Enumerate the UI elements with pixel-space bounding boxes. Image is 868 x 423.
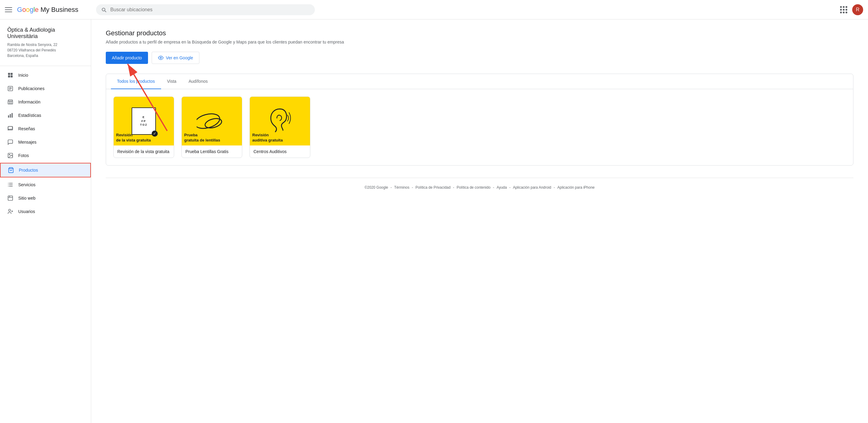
main-content: Gestionar productos Añade productos a tu… [91, 20, 868, 423]
article-icon [7, 86, 13, 92]
sidebar-label-productos: Productos [19, 168, 38, 173]
store-icon [7, 99, 13, 105]
sidebar-label-sitio-web: Sitio web [18, 196, 36, 201]
product-overlay-label-3: Revisiónauditiva gratuita [252, 133, 283, 143]
add-product-button[interactable]: Añadir producto [106, 52, 148, 64]
chat-icon [7, 139, 13, 145]
apps-grid-icon[interactable] [840, 6, 847, 13]
product-image-revision-vista: EFPTOZ ✓ Revisiónde la vista gratuita [114, 97, 174, 145]
app-logo: Google My Business [17, 6, 79, 14]
svg-rect-2 [8, 76, 10, 78]
sidebar-label-mensajes: Mensajes [18, 140, 36, 145]
logo-rest: My Business [39, 6, 79, 13]
product-title-3: Centros Auditivos [250, 145, 310, 158]
svg-rect-0 [8, 73, 10, 75]
business-address: Rambla de Nostra Senyora, 2208720 Vilafr… [7, 42, 84, 58]
sidebar-item-mensajes[interactable]: Mensajes [0, 135, 91, 149]
logo-g: G [17, 6, 22, 13]
product-card-centros-auditivos[interactable]: Revisiónauditiva gratuita Centros Auditi… [250, 96, 310, 158]
sidebar-label-resenas: Reseñas [18, 126, 35, 131]
product-card-revision-vista[interactable]: EFPTOZ ✓ Revisiónde la vista gratuita Re… [113, 96, 174, 158]
footer-link-contenido[interactable]: Política de contenido [457, 185, 490, 190]
header: Google My Business R [0, 0, 868, 20]
svg-rect-8 [8, 115, 9, 118]
logo-o1: o [22, 6, 26, 13]
layout: Òptica & Audiologia Universitària Rambla… [0, 20, 868, 423]
nav-item-wrapper-fotos: Fotos [0, 149, 91, 162]
svg-point-13 [9, 154, 10, 155]
bar-chart-icon [7, 112, 13, 118]
view-in-google-button[interactable]: Ver en Google [152, 52, 200, 64]
svg-point-27 [160, 57, 162, 59]
search-input[interactable] [110, 7, 310, 12]
product-overlay-label-2: Pruebagratuita de lentillas [184, 133, 220, 143]
sidebar-item-estadisticas[interactable]: Estadísticas [0, 109, 91, 122]
footer-copyright: ©2020 Google [364, 185, 388, 190]
logo-e: e [35, 6, 39, 13]
product-overlay-label-1: Revisiónde la vista gratuita [116, 133, 151, 143]
search-bar[interactable] [96, 4, 315, 15]
person-add-icon [7, 208, 13, 215]
footer-link-android[interactable]: Aplicación para Android [513, 185, 551, 190]
nav-item-wrapper-inicio: Inicio [0, 68, 91, 82]
list-icon [7, 182, 13, 188]
page-title: Gestionar productos [106, 29, 854, 37]
footer-link-privacidad[interactable]: Política de Privacidad [415, 185, 451, 190]
svg-point-24 [8, 209, 11, 212]
sidebar-item-fotos[interactable]: Fotos [0, 149, 91, 162]
nav-item-wrapper-usuarios: Usuarios [0, 205, 91, 218]
product-title-2: Prueba Lentillas Gratis [182, 145, 242, 158]
tab-all-products[interactable]: Todos los productos [111, 74, 161, 89]
sidebar-item-productos[interactable]: Productos [1, 163, 90, 177]
sidebar-item-inicio[interactable]: Inicio [0, 68, 91, 82]
sidebar-item-informacion[interactable]: Información [0, 95, 91, 109]
logo-o2: o [26, 6, 29, 13]
sidebar-item-sitio-web[interactable]: Sitio web [0, 191, 91, 205]
svg-rect-20 [9, 186, 13, 187]
svg-rect-21 [8, 196, 13, 201]
nav-item-wrapper-servicios: Servicios [0, 178, 91, 191]
svg-rect-18 [9, 185, 13, 185]
sidebar-label-usuarios: Usuarios [18, 209, 35, 214]
dashboard-icon [7, 72, 13, 78]
sidebar: Òptica & Audiologia Universitària Rambla… [0, 20, 91, 423]
products-grid: EFPTOZ ✓ Revisiónde la vista gratuita Re… [106, 89, 853, 165]
svg-rect-15 [8, 183, 9, 184]
svg-rect-3 [11, 76, 13, 78]
eye-chart-graphic: EFPTOZ ✓ [132, 107, 156, 135]
sidebar-label-publicaciones: Publicaciones [18, 86, 44, 91]
footer-link-iphone[interactable]: Aplicación para iPhone [557, 185, 595, 190]
sidebar-item-publicaciones[interactable]: Publicaciones [0, 82, 91, 95]
sidebar-item-resenas[interactable]: Reseñas [0, 122, 91, 135]
web-icon [7, 195, 13, 201]
sidebar-label-inicio: Inicio [18, 73, 28, 78]
action-buttons: Añadir producto Ver en Google [106, 52, 854, 64]
reviews-icon [7, 126, 13, 132]
business-info: Òptica & Audiologia Universitària Rambla… [0, 27, 91, 66]
image-icon [7, 152, 13, 159]
sidebar-item-usuarios[interactable]: Usuarios [0, 205, 91, 218]
product-card-prueba-lentillas[interactable]: Pruebagratuita de lentillas Prueba Lenti… [181, 96, 242, 158]
footer-link-ayuda[interactable]: Ayuda [497, 185, 507, 190]
sidebar-label-fotos: Fotos [18, 153, 29, 158]
svg-rect-9 [10, 114, 11, 118]
tabs-container: Todos los productos Vista Audífonos EFPT… [106, 74, 854, 166]
avatar[interactable]: R [852, 4, 863, 15]
page-subtitle: Añade productos a tu perfil de empresa e… [106, 39, 854, 45]
footer-link-terminos[interactable]: Términos [394, 185, 409, 190]
eye-icon [158, 55, 163, 61]
product-image-prueba-lentillas: Pruebagratuita de lentillas [182, 97, 242, 145]
sidebar-item-servicios[interactable]: Servicios [0, 178, 91, 191]
footer: ©2020 Google - Términos - Política de Pr… [106, 178, 854, 197]
sidebar-label-estadisticas: Estadísticas [18, 113, 41, 118]
tab-audifonos[interactable]: Audífonos [182, 74, 214, 89]
tab-vista[interactable]: Vista [161, 74, 183, 89]
search-icon [101, 7, 107, 13]
tabs: Todos los productos Vista Audífonos [106, 74, 853, 89]
hamburger-menu-icon[interactable] [5, 6, 12, 13]
svg-rect-19 [8, 186, 9, 187]
nav-item-wrapper-resenas: Reseñas [0, 122, 91, 135]
view-in-google-label: Ver en Google [166, 55, 193, 60]
nav-item-wrapper-mensajes: Mensajes [0, 135, 91, 149]
svg-rect-16 [9, 183, 13, 184]
